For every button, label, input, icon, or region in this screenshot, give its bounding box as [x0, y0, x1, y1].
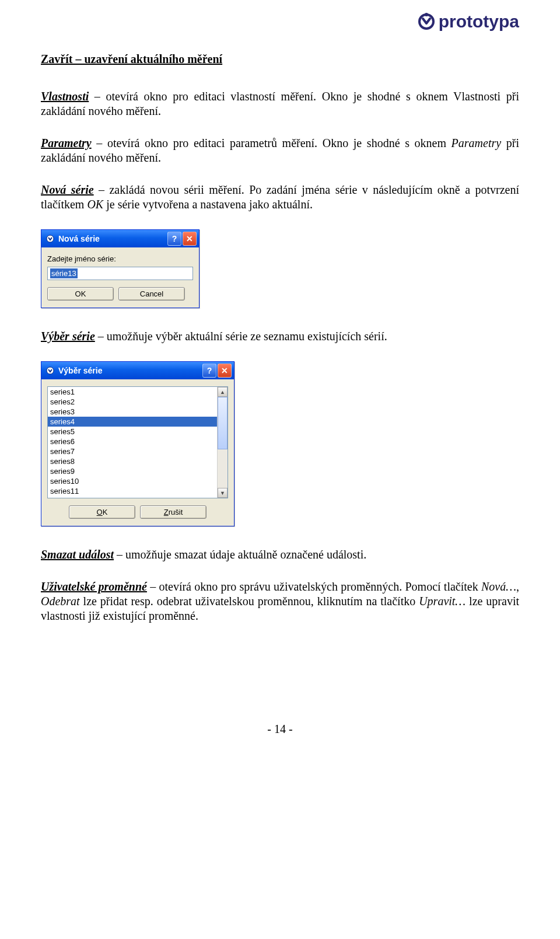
series-name-input[interactable]: série13 [47, 267, 193, 280]
ok-button[interactable]: OK [69, 505, 135, 519]
paragraph-parametry: Parametry – otevírá okno pro editaci par… [41, 136, 519, 165]
brand-logo: prototypa [418, 12, 519, 32]
ok-button[interactable]: OK [47, 287, 114, 301]
list-item[interactable]: series11 [48, 486, 217, 496]
dialog-title: Nová série [58, 234, 166, 243]
help-icon[interactable]: ? [202, 364, 216, 378]
scroll-up-icon[interactable]: ▲ [218, 387, 228, 397]
page-number: - 14 - [41, 722, 519, 736]
scrollbar[interactable]: ▲ ▼ [217, 387, 228, 498]
cancel-button[interactable]: Cancel [118, 287, 185, 301]
list-item[interactable]: series6 [48, 437, 217, 446]
app-icon [46, 234, 55, 243]
list-item[interactable]: series2 [48, 397, 217, 407]
list-item[interactable]: series9 [48, 466, 217, 476]
dialog-select-series: Výběr série ? ✕ series1series2series3ser… [41, 361, 235, 526]
close-icon[interactable]: ✕ [183, 232, 197, 246]
list-item[interactable]: series3 [48, 407, 217, 417]
scroll-thumb[interactable] [218, 397, 228, 449]
input-label: Zadejte jméno série: [47, 254, 193, 263]
series-listbox[interactable]: series1series2series3series4series5serie… [47, 386, 228, 498]
brand-icon [418, 13, 435, 30]
titlebar[interactable]: Nová série ? ✕ [41, 230, 199, 247]
list-item[interactable]: series7 [48, 446, 217, 456]
brand-name: prototypa [439, 12, 519, 32]
dialog-title: Výběr série [58, 366, 201, 375]
list-item[interactable]: series4 [48, 417, 217, 427]
svg-point-3 [47, 367, 54, 374]
list-item[interactable]: series5 [48, 427, 217, 437]
app-icon [46, 366, 55, 375]
scroll-track[interactable] [218, 397, 228, 488]
list-item[interactable]: series10 [48, 476, 217, 486]
paragraph-vyber-serie: Výběr série – umožňuje výběr aktuální sé… [41, 329, 519, 344]
list-item[interactable]: series1 [48, 387, 217, 397]
list-item[interactable]: series8 [48, 456, 217, 466]
paragraph-uzivatelske-promenne: Uživatelské proměnné – otevírá okno pro … [41, 580, 519, 623]
svg-point-1 [425, 13, 428, 16]
close-icon[interactable]: ✕ [218, 364, 232, 378]
paragraph-vlastnosti: Vlastnosti – otevírá okno pro editaci vl… [41, 89, 519, 118]
dialog-new-series: Nová série ? ✕ Zadejte jméno série: séri… [41, 229, 200, 308]
cancel-button[interactable]: Zrušit [140, 505, 206, 519]
scroll-down-icon[interactable]: ▼ [218, 488, 228, 498]
section-heading: Zavřít – uzavření aktuálního měření [41, 53, 519, 66]
paragraph-nova-serie: Nová série – zakládá novou sérii měření.… [41, 183, 519, 212]
titlebar[interactable]: Výběr série ? ✕ [41, 362, 234, 379]
svg-point-2 [47, 235, 54, 242]
help-icon[interactable]: ? [167, 232, 181, 246]
paragraph-smazat-udalost: Smazat událost – umožňuje smazat údaje a… [41, 547, 519, 562]
